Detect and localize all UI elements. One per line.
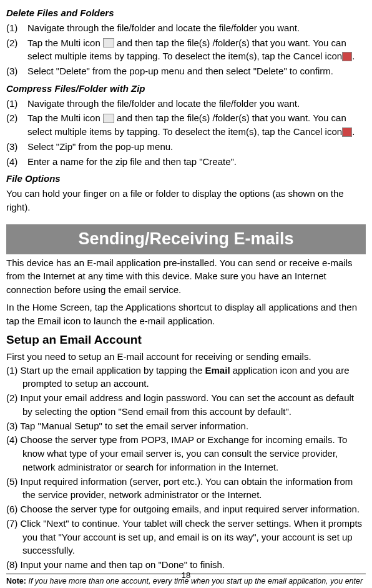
step-text-part-c: . <box>352 126 355 137</box>
step-number: (4) <box>6 155 27 169</box>
delete-step-2: (2) Tap the Multi icon and then tap the … <box>6 36 366 64</box>
cancel-icon <box>342 52 352 61</box>
compress-section-title: Compress Files/Folder with Zip <box>6 82 366 96</box>
setup-email-title: Setup an Email Account <box>6 331 366 349</box>
setup-step-5: (5) Input required information (server, … <box>6 475 366 502</box>
file-options-title: File Options <box>6 172 366 186</box>
compress-step-2: (2) Tap the Multi icon and then tap the … <box>6 111 366 139</box>
compress-step-4: (4) Enter a name for the zip file and th… <box>6 155 366 169</box>
step-text: Enter a name for the zip file and then t… <box>27 155 366 169</box>
step-text-part-a: Tap the Multi icon <box>27 37 103 48</box>
step-text: Navigate through the file/folder and loc… <box>27 97 366 111</box>
cancel-icon <box>342 127 352 137</box>
step-text: Tap the Multi icon and then tap the file… <box>27 36 366 64</box>
setup-step-1-bold: Email <box>205 365 230 376</box>
email-intro-2: In the Home Screen, tap the Applications… <box>6 301 366 328</box>
setup-step-7: (7) Click "Next" to continue. Your table… <box>6 517 366 557</box>
compress-step-3: (3) Select "Zip" from the pop-up menu. <box>6 140 366 154</box>
email-intro-1: This device has an E-mail application pr… <box>6 256 366 297</box>
step-number: (3) <box>6 64 27 78</box>
step-number: (1) <box>6 97 27 111</box>
delete-section-title: Delete Files and Folders <box>6 6 366 20</box>
step-text-part-c: . <box>352 51 355 61</box>
step-number: (3) <box>6 140 27 154</box>
multi-icon <box>103 38 114 47</box>
step-number: (1) <box>6 21 27 35</box>
file-options-text: You can hold your finger on a file or fo… <box>6 187 366 214</box>
step-text: Tap the Multi icon and then tap the file… <box>27 111 366 139</box>
setup-step-3: (3) Tap "Manual Setup" to set the email … <box>6 419 366 433</box>
setup-step-2: (2) Input your email address and login p… <box>6 391 366 419</box>
setup-step-4: (4) Choose the server type from POP3, IM… <box>6 433 366 474</box>
email-banner-heading: Sending/Receiving E-mails <box>6 224 366 254</box>
page-number: 18 <box>0 570 372 582</box>
compress-step-1: (1) Navigate through the file/folder and… <box>6 97 366 111</box>
setup-step-1a: (1) Start up the email application by ta… <box>6 365 205 376</box>
step-number: (2) <box>6 36 27 64</box>
step-text: Select "Zip" from the pop-up menu. <box>27 140 366 154</box>
setup-email-intro: First you need to setup an E-mail accoun… <box>6 350 366 364</box>
step-text-part-a: Tap the Multi icon <box>27 112 103 123</box>
step-text: Navigate through the file/folder and loc… <box>27 21 366 35</box>
setup-step-6: (6) Choose the server type for outgoing … <box>6 502 366 516</box>
delete-step-1: (1) Navigate through the file/folder and… <box>6 21 366 35</box>
step-number: (2) <box>6 111 27 139</box>
setup-step-1: (1) Start up the email application by ta… <box>6 364 366 391</box>
step-text: Select "Delete" from the pop-up menu and… <box>27 64 366 78</box>
delete-step-3: (3) Select "Delete" from the pop-up menu… <box>6 64 366 78</box>
multi-icon <box>103 114 114 123</box>
